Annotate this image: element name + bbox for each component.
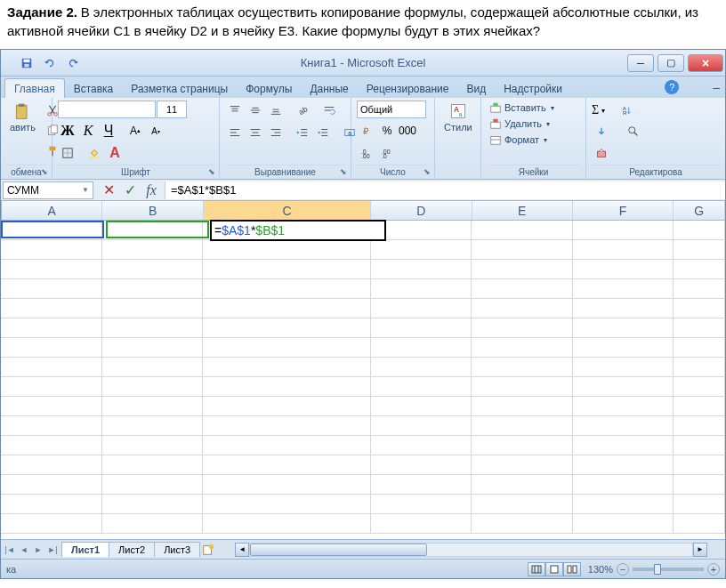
font-family-input[interactable] <box>58 101 156 118</box>
zoom-thumb[interactable] <box>654 564 661 575</box>
tab-view[interactable]: Вид <box>457 79 495 98</box>
help-icon[interactable]: ? <box>665 80 679 94</box>
font-color-button[interactable]: A <box>105 143 125 163</box>
normal-view-button[interactable] <box>528 562 545 576</box>
tab-addins[interactable]: Надстройки <box>495 79 571 98</box>
align-middle-button[interactable] <box>246 101 265 120</box>
zoom-out-button[interactable]: − <box>617 563 629 576</box>
tab-nav-last[interactable]: ►| <box>45 543 60 557</box>
cell-G1[interactable] <box>674 221 725 239</box>
fill-color-button[interactable] <box>85 143 104 163</box>
minimize-button[interactable]: ─ <box>627 54 654 72</box>
undo-button[interactable] <box>40 53 60 73</box>
delete-cells-button[interactable]: Удалить▾ <box>487 117 553 131</box>
autosum-button[interactable]: Σ <box>592 103 599 117</box>
dialog-launcher-number[interactable]: ⬊ <box>422 166 432 177</box>
bold-button[interactable]: Ж <box>58 121 77 141</box>
align-right-button[interactable] <box>266 123 286 142</box>
cell-D1[interactable] <box>371 221 472 239</box>
dialog-launcher-font[interactable]: ⬊ <box>206 166 217 177</box>
decrease-decimal-button[interactable]: .00.0 <box>377 143 397 163</box>
comma-button[interactable]: 000 <box>398 121 417 141</box>
styles-button[interactable]: Aa Стили <box>440 101 476 134</box>
shrink-font-button[interactable]: A▾ <box>146 121 165 141</box>
cell-E1[interactable] <box>472 221 573 239</box>
workbook-minimize[interactable]: – <box>713 80 720 94</box>
tab-data[interactable]: Данные <box>301 79 357 98</box>
dec-dec-icon: .00.0 <box>381 147 393 159</box>
align-left-button[interactable] <box>225 123 245 142</box>
borders-button[interactable] <box>58 143 77 163</box>
font-size-input[interactable] <box>157 101 187 118</box>
align-bottom-button[interactable] <box>266 101 286 120</box>
align-center-button[interactable] <box>246 123 265 142</box>
sheet-tab-3[interactable]: Лист3 <box>154 542 200 557</box>
scroll-right-button[interactable]: ► <box>693 543 707 557</box>
zoom-slider[interactable] <box>633 568 704 571</box>
increase-indent-button[interactable] <box>313 123 333 142</box>
align-top-button[interactable] <box>225 101 245 120</box>
tab-insert[interactable]: Вставка <box>65 79 123 98</box>
orientation-button[interactable]: ab <box>293 101 312 120</box>
underline-button[interactable]: Ч <box>99 121 118 141</box>
zoom-value[interactable]: 130% <box>588 564 613 575</box>
sort-filter-button[interactable]: AЯ <box>617 101 637 120</box>
paste-button[interactable]: авить <box>6 101 39 134</box>
dialog-launcher-clipboard[interactable]: ⬊ <box>39 166 50 177</box>
col-header-F[interactable]: F <box>573 201 674 220</box>
currency-button[interactable]: ₽ <box>357 121 376 141</box>
page-break-button[interactable] <box>563 562 581 576</box>
dialog-launcher-align[interactable]: ⬊ <box>338 166 349 177</box>
scroll-left-button[interactable]: ◄ <box>235 543 249 557</box>
tab-nav-next[interactable]: ► <box>31 543 45 557</box>
tab-review[interactable]: Рецензирование <box>358 79 458 98</box>
save-button[interactable] <box>17 53 36 73</box>
decrease-indent-button[interactable] <box>293 123 312 142</box>
redo-button[interactable] <box>63 53 83 73</box>
fx-button[interactable]: fx <box>143 182 159 198</box>
col-header-D[interactable]: D <box>371 201 472 220</box>
insert-cells-button[interactable]: Вставить▾ <box>487 101 557 115</box>
number-format-select[interactable] <box>357 101 426 118</box>
clear-button[interactable] <box>592 143 611 163</box>
grow-font-button[interactable]: A▴ <box>125 121 145 141</box>
office-button[interactable] <box>6 51 13 76</box>
tab-layout[interactable]: Разметка страницы <box>122 79 237 98</box>
col-header-C[interactable]: C <box>204 201 371 220</box>
find-button[interactable] <box>624 122 643 141</box>
fill-button[interactable] <box>592 122 611 141</box>
tab-home[interactable]: Главная <box>4 78 65 98</box>
col-header-G[interactable]: G <box>674 201 725 220</box>
name-box[interactable]: ▼ <box>3 181 93 199</box>
cancel-formula-button[interactable]: ✕ <box>101 182 117 198</box>
tab-nav-first[interactable]: |◄ <box>3 543 17 557</box>
col-header-A[interactable]: A <box>2 201 102 220</box>
grid[interactable]: =$A$1*$B$1 <box>1 221 725 539</box>
name-box-dropdown[interactable]: ▼ <box>82 186 89 194</box>
formula-input[interactable] <box>165 181 725 199</box>
zoom-in-button[interactable]: + <box>707 563 720 576</box>
tab-formulas[interactable]: Формулы <box>237 79 301 98</box>
page-layout-button[interactable] <box>545 562 563 576</box>
new-sheet-button[interactable] <box>199 544 217 556</box>
cell-C1[interactable] <box>203 221 370 239</box>
name-box-input[interactable] <box>7 184 69 197</box>
horizontal-scrollbar[interactable]: ◄ ► <box>217 543 725 557</box>
col-header-E[interactable]: E <box>472 201 573 220</box>
quick-access-toolbar <box>1 51 88 76</box>
increase-decimal-button[interactable]: .0.00 <box>357 143 376 163</box>
italic-button[interactable]: К <box>78 121 98 141</box>
accept-formula-button[interactable]: ✓ <box>122 182 138 198</box>
tab-nav-prev[interactable]: ◄ <box>17 543 31 557</box>
format-cells-button[interactable]: Формат▾ <box>487 133 550 147</box>
scroll-thumb[interactable] <box>250 544 427 556</box>
col-header-B[interactable]: B <box>102 201 203 220</box>
percent-button[interactable]: % <box>377 121 397 141</box>
svg-rect-1 <box>24 59 30 62</box>
maximize-button[interactable]: ▢ <box>657 54 684 72</box>
wrap-text-button[interactable] <box>319 101 339 120</box>
sheet-tab-1[interactable]: Лист1 <box>61 542 109 557</box>
sheet-tab-2[interactable]: Лист2 <box>109 542 155 557</box>
close-button[interactable]: × <box>688 54 723 72</box>
cell-F1[interactable] <box>573 221 674 239</box>
